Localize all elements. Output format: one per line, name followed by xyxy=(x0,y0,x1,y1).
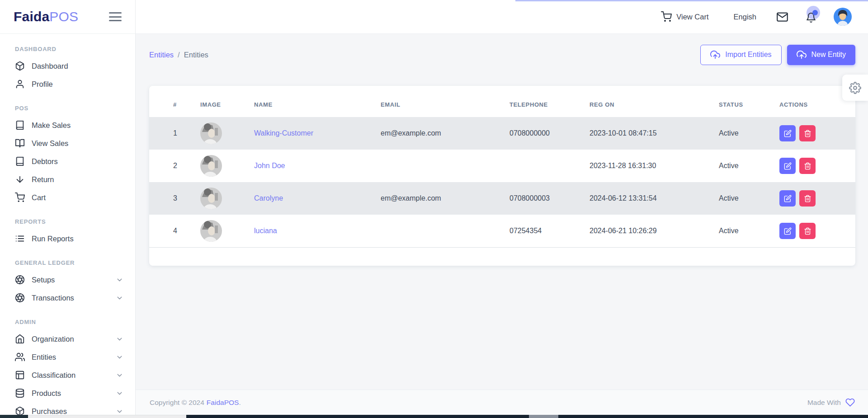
sidebar-item-products[interactable]: Products xyxy=(15,384,123,402)
cell-reg-on: 2023-10-01 08:47:15 xyxy=(590,117,719,150)
new-entity-button[interactable]: New Entity xyxy=(787,45,855,65)
sidebar-item-view-sales[interactable]: View Sales xyxy=(15,134,123,152)
app-root: FaidaPOS DASHBOARDDashboardProfilePOSMak… xyxy=(0,0,868,418)
cell-actions xyxy=(779,150,855,182)
cell-name: Carolyne xyxy=(254,182,381,215)
cell-image xyxy=(200,117,254,150)
cell-telephone: 07254354 xyxy=(509,215,590,248)
content: Entities / Entities Import Entities New … xyxy=(136,34,868,266)
top-header: View Cart Engish xyxy=(136,0,868,34)
sidebar-item-label: Classification xyxy=(32,371,75,380)
edit-icon xyxy=(784,130,792,137)
trash-icon xyxy=(804,227,811,235)
sidebar-item-make-sales[interactable]: Make Sales xyxy=(15,116,123,134)
cell-name: John Doe xyxy=(254,150,381,182)
home-icon xyxy=(15,334,25,344)
sidebar-item-label: Purchases xyxy=(32,407,67,416)
menu-toggle-icon[interactable] xyxy=(109,12,122,21)
nav-section-label-general-ledger: GENERAL LEDGER xyxy=(15,259,123,266)
cell-email xyxy=(381,215,509,248)
sidebar-item-run-reports[interactable]: Run Reports xyxy=(15,230,123,248)
edit-entity-button[interactable] xyxy=(779,190,796,207)
heart-icon xyxy=(845,398,855,407)
sidebar-item-label: Dashboard xyxy=(32,62,68,70)
chevron-down-icon xyxy=(116,335,123,343)
sidebar-item-label: Run Reports xyxy=(32,235,74,243)
view-cart-button[interactable]: View Cart xyxy=(661,11,708,22)
edit-icon xyxy=(784,162,792,170)
delete-entity-button[interactable] xyxy=(799,223,816,239)
language-selector[interactable]: Engish xyxy=(734,13,756,21)
delete-entity-button[interactable] xyxy=(799,158,816,174)
entity-name-link[interactable]: Carolyne xyxy=(254,194,283,202)
column-header-telephone: TELEPHONE xyxy=(509,90,590,117)
breadcrumb-link[interactable]: Entities xyxy=(149,51,174,59)
main-hscrollbar[interactable] xyxy=(186,415,868,418)
cell-reg-on: 2023-11-28 16:31:30 xyxy=(590,150,719,182)
sidebar-item-organization[interactable]: Organization xyxy=(15,330,123,348)
entity-name-link[interactable]: Walking-Customer xyxy=(254,129,313,137)
cell-image xyxy=(200,215,254,248)
sidebar-nav: DASHBOARDDashboardProfilePOSMake SalesVi… xyxy=(0,34,135,418)
sidebar-item-return[interactable]: Return xyxy=(15,170,123,188)
sidebar-hscrollbar-thumb[interactable] xyxy=(0,415,28,418)
entity-name-link[interactable]: John Doe xyxy=(254,162,285,169)
nav-section-label-reports: REPORTS xyxy=(15,218,123,225)
sidebar-item-entities[interactable]: Entities xyxy=(15,348,123,366)
list-icon xyxy=(15,234,25,244)
sidebar-item-profile[interactable]: Profile xyxy=(15,75,123,93)
breadcrumb: Entities / Entities xyxy=(149,51,208,59)
edit-entity-button[interactable] xyxy=(779,158,796,174)
footer-brand-link[interactable]: FaidaPOS xyxy=(207,399,239,406)
delete-entity-button[interactable] xyxy=(799,125,816,141)
chevron-down-icon xyxy=(116,390,123,397)
entity-avatar xyxy=(200,220,222,242)
new-entity-label: New Entity xyxy=(811,51,846,59)
aperture-icon xyxy=(15,275,25,285)
footer: Copyright © 2024FaidaPOS. Made With xyxy=(136,390,868,415)
edit-entity-button[interactable] xyxy=(779,223,796,239)
sidebar-item-classification[interactable]: Classification xyxy=(15,366,123,384)
app-logo[interactable]: FaidaPOS xyxy=(14,9,78,24)
trash-icon xyxy=(804,130,811,137)
import-entities-label: Import Entities xyxy=(725,51,771,59)
sidebar-item-dashboard[interactable]: Dashboard xyxy=(15,57,123,75)
chevron-down-icon xyxy=(116,408,123,415)
cell-status: Active xyxy=(719,117,779,150)
cell-num: 4 xyxy=(149,215,200,248)
entities-table: #IMAGENAMEEMAILTELEPHONEREG ONSTATUSACTI… xyxy=(149,90,855,248)
column-header--: # xyxy=(149,90,200,117)
sidebar-item-setups[interactable]: Setups xyxy=(15,271,123,289)
book-icon xyxy=(15,120,25,130)
cell-reg-on: 2024-06-21 10:26:29 xyxy=(590,215,719,248)
sidebar-item-debtors[interactable]: Debtors xyxy=(15,152,123,170)
notifications-button[interactable] xyxy=(805,8,820,26)
hscrollbar-track[interactable] xyxy=(28,415,186,418)
nav-section-label-admin: ADMIN xyxy=(15,319,123,325)
cell-telephone: 0708000000 xyxy=(509,117,590,150)
page-actions: Import Entities New Entity xyxy=(700,45,855,65)
messages-button[interactable] xyxy=(776,11,788,23)
cell-telephone: 0708000003 xyxy=(509,182,590,215)
main-hscrollbar-thumb[interactable] xyxy=(529,415,558,418)
cell-email: em@example.com xyxy=(381,182,509,215)
breadcrumb-current: Entities xyxy=(184,51,208,59)
chevron-down-icon xyxy=(116,276,123,284)
arrow-down-icon xyxy=(15,174,25,184)
entity-avatar xyxy=(200,155,222,177)
user-avatar[interactable] xyxy=(834,8,852,26)
cloud-upload-icon xyxy=(710,50,720,60)
sidebar-item-transactions[interactable]: Transactions xyxy=(15,289,123,307)
user-icon xyxy=(15,79,25,89)
import-entities-button[interactable]: Import Entities xyxy=(700,45,781,65)
settings-flyout-button[interactable] xyxy=(842,75,868,101)
layout-icon xyxy=(15,370,25,380)
sidebar-item-label: Transactions xyxy=(32,294,74,302)
sidebar-item-cart[interactable]: Cart xyxy=(15,188,123,207)
cell-num: 2 xyxy=(149,150,200,182)
users-icon xyxy=(15,352,25,362)
delete-entity-button[interactable] xyxy=(799,190,816,207)
table-row: 4luciana072543542024-06-21 10:26:29Activ… xyxy=(149,215,855,248)
entity-name-link[interactable]: luciana xyxy=(254,227,277,235)
edit-entity-button[interactable] xyxy=(779,125,796,141)
